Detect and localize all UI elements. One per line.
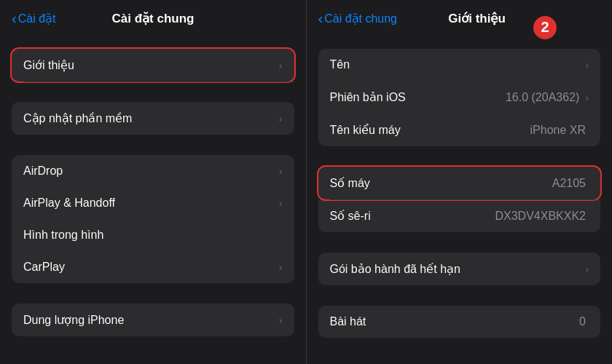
left-item-airplay-label: AirPlay & Handoff bbox=[23, 197, 115, 210]
right-item-kieu-may-value: iPhone XR bbox=[530, 124, 586, 137]
right-item-so-may-label: Số máy bbox=[330, 176, 370, 190]
right-item-so-seri: Số sê-ri DX3DV4XBKXK2 bbox=[318, 199, 601, 232]
left-item-cap-nhat-label: Cập nhật phần mềm bbox=[23, 111, 132, 125]
right-item-bai-hat-label: Bài hát bbox=[330, 315, 366, 328]
right-section-1: Số máy A2105 Số sê-ri DX3DV4XBKXK2 bbox=[318, 167, 601, 232]
right-panel: ‹ Cài đặt chung Giới thiệu 2 Tên › Phiên… bbox=[307, 0, 613, 364]
left-section-0: Giới thiệu › 1 bbox=[12, 49, 294, 82]
left-item-dung-luong-label: Dung lượng iPhone bbox=[23, 313, 124, 327]
left-item-gioi-thieu[interactable]: Giới thiệu › bbox=[12, 49, 294, 82]
right-item-ios-chevron: › bbox=[585, 92, 589, 103]
right-item-bao-hanh-chevron: › bbox=[585, 264, 589, 275]
right-item-so-seri-value: DX3DV4XBKXK2 bbox=[495, 210, 586, 223]
badge-2: 2 bbox=[533, 16, 557, 39]
left-item-carplay-chevron: › bbox=[279, 261, 283, 273]
right-item-ios-label: Phiên bản iOS bbox=[330, 90, 406, 104]
right-back-chevron-icon: ‹ bbox=[318, 10, 323, 27]
right-item-ten[interactable]: Tên › bbox=[318, 49, 601, 81]
left-content: Giới thiệu › 1 Cập nhật phần mềm › AirDr… bbox=[0, 34, 306, 364]
left-item-carplay-label: CarPlay bbox=[23, 261, 65, 274]
right-item-bao-hanh[interactable]: Gói bảo hành đã hết hạn › bbox=[318, 253, 601, 285]
left-back-label: Cài đặt bbox=[18, 12, 56, 25]
right-section-2: Gói bảo hành đã hết hạn › bbox=[318, 253, 601, 285]
left-section-2: AirDrop › AirPlay & Handoff › Hình trong… bbox=[12, 155, 294, 283]
right-item-ios[interactable]: Phiên bản iOS 16.0 (20A362) › bbox=[318, 81, 601, 114]
right-item-ten-label: Tên bbox=[330, 58, 350, 71]
right-item-kieu-may: Tên kiểu máy iPhone XR bbox=[318, 114, 601, 146]
right-section-3: Bài hát 0 bbox=[318, 306, 601, 338]
left-item-airplay[interactable]: AirPlay & Handoff › bbox=[12, 187, 294, 219]
left-item-dung-luong-chevron: › bbox=[279, 314, 283, 326]
left-panel: ‹ Cài đặt Cài đặt chung Giới thiệu › 1 C… bbox=[0, 0, 307, 364]
left-item-hinh-label: Hình trong hình bbox=[23, 229, 103, 242]
right-item-kieu-may-label: Tên kiểu máy bbox=[330, 123, 401, 137]
right-item-so-seri-label: Số sê-ri bbox=[330, 209, 371, 223]
right-nav-title: Giới thiệu bbox=[397, 11, 557, 26]
left-item-carplay[interactable]: CarPlay › bbox=[12, 251, 294, 283]
left-section-3: Dung lượng iPhone › bbox=[12, 304, 294, 336]
left-item-gioi-thieu-label: Giới thiệu bbox=[23, 58, 74, 72]
left-item-gioi-thieu-chevron: › bbox=[279, 60, 283, 71]
left-nav-title: Cài đặt chung bbox=[55, 11, 250, 26]
left-item-airplay-chevron: › bbox=[279, 197, 283, 209]
left-back-chevron-icon: ‹ bbox=[12, 10, 17, 27]
right-nav-bar: ‹ Cài đặt chung Giới thiệu 2 bbox=[307, 0, 613, 34]
left-item-dung-luong[interactable]: Dung lượng iPhone › bbox=[12, 304, 294, 336]
right-section-0: Tên › Phiên bản iOS 16.0 (20A362) › Tên … bbox=[318, 49, 601, 146]
right-back-label: Cài đặt chung bbox=[324, 12, 397, 25]
right-item-bai-hat-value: 0 bbox=[579, 315, 586, 328]
left-back-button[interactable]: ‹ Cài đặt bbox=[12, 10, 55, 27]
left-item-airdrop-chevron: › bbox=[279, 165, 283, 177]
right-item-bai-hat: Bài hát 0 bbox=[318, 306, 601, 338]
right-item-so-may: Số máy A2105 bbox=[318, 167, 601, 199]
right-item-ios-value: 16.0 (20A362) bbox=[506, 91, 579, 104]
left-item-airdrop[interactable]: AirDrop › bbox=[12, 155, 294, 187]
right-content: Tên › Phiên bản iOS 16.0 (20A362) › Tên … bbox=[307, 34, 613, 364]
left-item-cap-nhat[interactable]: Cập nhật phần mềm › bbox=[12, 102, 294, 135]
left-nav-bar: ‹ Cài đặt Cài đặt chung bbox=[0, 0, 306, 34]
right-item-bao-hanh-label: Gói bảo hành đã hết hạn bbox=[330, 262, 460, 276]
left-item-hinh[interactable]: Hình trong hình bbox=[12, 219, 294, 251]
left-item-airdrop-label: AirDrop bbox=[23, 165, 63, 178]
right-back-button[interactable]: ‹ Cài đặt chung bbox=[318, 10, 398, 27]
left-item-cap-nhat-chevron: › bbox=[279, 113, 283, 124]
left-section-1: Cập nhật phần mềm › bbox=[12, 102, 294, 135]
right-item-ten-chevron: › bbox=[585, 59, 589, 71]
right-item-so-may-value: A2105 bbox=[552, 177, 586, 190]
